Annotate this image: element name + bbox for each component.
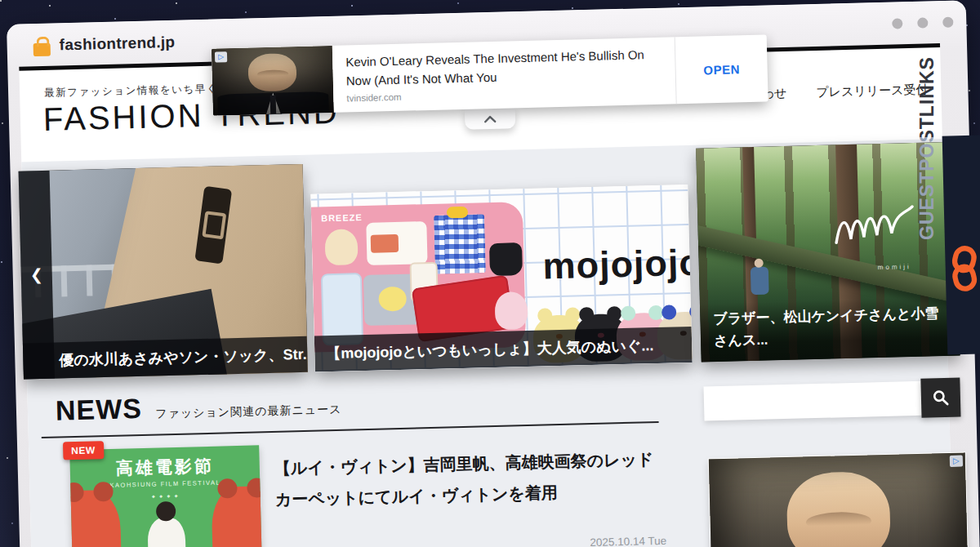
news-article-title[interactable]: 【ルイ・ヴィトン】吉岡里帆、高雄映画祭のレッドカーペットにてルイ・ヴィトンを着用: [274, 443, 666, 515]
starfield: [0, 0, 2, 2]
sidebar-ad[interactable]: ▷: [709, 452, 969, 547]
adchoices-icon[interactable]: ▷: [950, 456, 963, 467]
carousel-slide-trench-coat[interactable]: ❮ 優の水川あさみやソン・ソック、Str...: [19, 164, 308, 380]
window-controls: [892, 17, 953, 29]
new-badge: NEW: [63, 441, 104, 460]
scribble-word: momiji: [878, 263, 911, 271]
actress-figure: [147, 518, 186, 547]
slide-caption: 優の水川あさみやソン・ソック、Str...: [23, 336, 308, 380]
mojojojo-logo-text: mojojojo: [542, 241, 693, 287]
ad-collapse-tab[interactable]: [465, 108, 516, 130]
hiker-figure: [751, 266, 769, 295]
ad-photo: [212, 46, 334, 116]
chevron-up-icon: [483, 114, 497, 122]
search-button[interactable]: [920, 378, 960, 418]
window-control-dot[interactable]: [942, 17, 953, 28]
browser-window: fashiontrend.jp 最新ファッション情報をいち早くキャッチ FASH…: [7, 0, 980, 547]
nav-item-press-release[interactable]: プレスリリース受付: [816, 82, 929, 100]
ad-banner-title: Kevin O'Leary Reveals The Investment He'…: [345, 46, 662, 91]
ad-photo: [709, 452, 969, 547]
news-thumbnail[interactable]: 高雄電影節 KAOHSIUNG FILM FESTIVAL ◆ ◆ ◆ ◆: [69, 445, 262, 547]
news-subheading: ファッション関連の最新ニュース: [155, 402, 342, 420]
url-text[interactable]: fashiontrend.jp: [59, 33, 175, 55]
overlay-ad-banner[interactable]: ▷ Kevin O'Leary Reveals The Investment H…: [212, 34, 768, 115]
slide-caption: ブラザー、松山ケンイチさんと小雪さんス...: [700, 296, 960, 362]
carousel-slide-mojojojo[interactable]: mojojojo BREEZE: [310, 185, 692, 372]
lock-icon: [33, 43, 51, 57]
search-input[interactable]: [703, 381, 929, 421]
news-heading: NEWS: [55, 393, 142, 426]
ad-banner-thumbnail: ▷: [212, 46, 334, 116]
breeze-label: BREEZE: [321, 212, 363, 223]
signature-scribble: [830, 198, 921, 258]
chain-link-icon[interactable]: [950, 245, 979, 292]
ad-banner-body: Kevin O'Leary Reveals The Investment He'…: [332, 37, 676, 113]
ad-open-button[interactable]: OPEN: [675, 34, 768, 104]
ad-play-icon: ▷: [215, 51, 227, 62]
window-control-dot[interactable]: [892, 18, 902, 29]
search-icon: [932, 389, 951, 407]
carousel-prev-icon[interactable]: ❮: [19, 171, 55, 380]
carousel-slide-forest[interactable]: momiji ブラザー、松山ケンイチさんと小雪さんス...: [696, 142, 960, 362]
window-control-dot[interactable]: [917, 17, 928, 28]
